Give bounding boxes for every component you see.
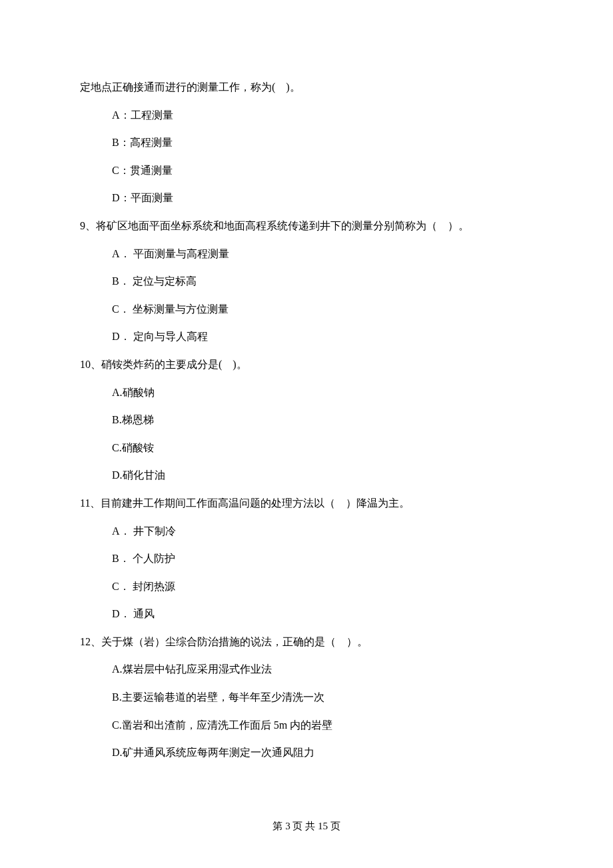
question-9-option-a: A． 平面测量与高程测量 [80, 240, 533, 268]
question-10-option-a: A.硝酸钠 [80, 379, 533, 407]
question-9-stem: 9、将矿区地面平面坐标系统和地面高程系统传递到井下的测量分别简称为（ ）。 [80, 212, 533, 240]
question-11-option-d: D． 通风 [80, 600, 533, 628]
question-11-option-c: C． 封闭热源 [80, 573, 533, 601]
question-11-option-b: B． 个人防护 [80, 545, 533, 573]
question-10-option-b: B.梯恩梯 [80, 406, 533, 434]
question-10-option-c: C.硝酸铵 [80, 434, 533, 462]
question-9-option-b: B． 定位与定标高 [80, 267, 533, 295]
question-11-option-a: A． 井下制冷 [80, 517, 533, 545]
question-12-option-c: C.凿岩和出渣前，应清洗工作面后 5m 内的岩壁 [80, 711, 533, 739]
question-8-option-b: B：高程测量 [80, 129, 533, 157]
question-8-option-a: A：工程测量 [80, 101, 533, 129]
question-9-option-d: D． 定向与导人高程 [80, 323, 533, 351]
question-10-option-d: D.硝化甘油 [80, 461, 533, 489]
question-12-option-d: D.矿井通风系统应每两年测定一次通风阻力 [80, 739, 533, 767]
question-8-continuation: 定地点正确接通而进行的测量工作，称为( )。 [80, 73, 533, 101]
question-12-stem: 12、关于煤（岩）尘综合防治措施的说法，正确的是（ ）。 [80, 628, 533, 656]
question-11-stem: 11、目前建井工作期间工作面高温问题的处理方法以（ ）降温为主。 [80, 489, 533, 517]
question-8-option-d: D：平面测量 [80, 184, 533, 212]
question-12-option-a: A.煤岩层中钻孔应采用湿式作业法 [80, 655, 533, 683]
question-12-option-b: B.主要运输巷道的岩壁，每半年至少清洗一次 [80, 683, 533, 711]
page-footer: 第 3 页 共 15 页 [0, 821, 613, 831]
question-9-option-c: C． 坐标测量与方位测量 [80, 295, 533, 323]
question-8-option-c: C：贯通测量 [80, 157, 533, 185]
document-page: 定地点正确接通而进行的测量工作，称为( )。 A：工程测量 B：高程测量 C：贯… [0, 0, 613, 868]
question-10-stem: 10、硝铵类炸药的主要成分是( )。 [80, 351, 533, 379]
